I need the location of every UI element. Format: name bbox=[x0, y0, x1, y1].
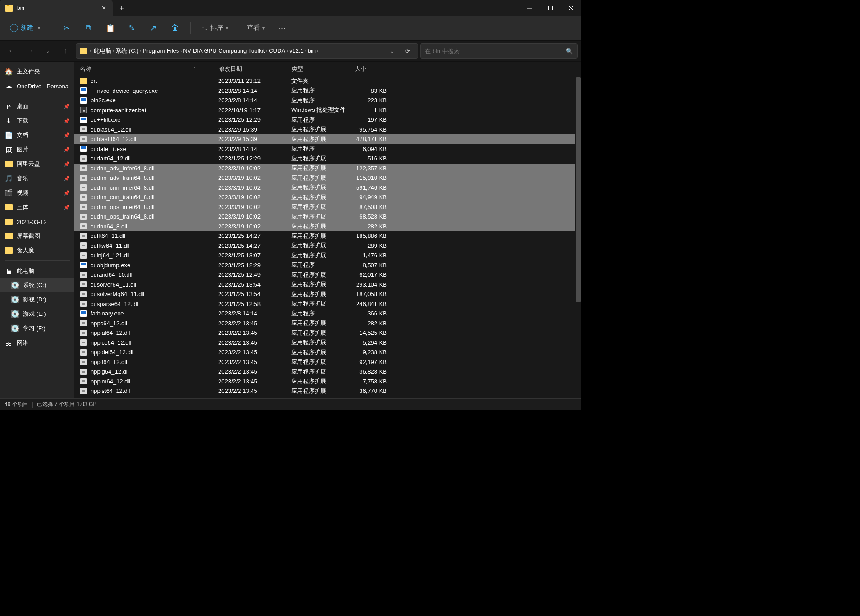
cut-button[interactable]: ✂ bbox=[58, 19, 76, 37]
file-row[interactable]: cusparse64_12.dll2023/1/25 12:58应用程序扩展24… bbox=[74, 299, 581, 309]
close-tab-icon[interactable]: ✕ bbox=[100, 5, 107, 12]
file-row[interactable]: curand64_10.dll2023/1/25 12:49应用程序扩展62,0… bbox=[74, 270, 581, 280]
sidebar-item[interactable]: ⬇下载📌 bbox=[0, 114, 74, 128]
breadcrumb-item[interactable]: NVIDIA GPU Computing Toolkit bbox=[183, 47, 265, 54]
share-button[interactable]: ↗ bbox=[144, 19, 162, 37]
rename-button[interactable]: ✎ bbox=[123, 19, 141, 37]
file-row[interactable]: cublasLt64_12.dll2023/2/9 15:39应用程序扩展478… bbox=[74, 134, 581, 144]
file-row[interactable]: nppc64_12.dll2023/2/2 13:45应用程序扩展282 KB bbox=[74, 319, 581, 329]
file-row[interactable]: nppicc64_12.dll2023/2/2 13:45应用程序扩展5,294… bbox=[74, 338, 581, 348]
maximize-button[interactable] bbox=[540, 0, 561, 16]
address-bar[interactable]: › 此电脑 › 系统 (C:) › Program Files › NVIDIA… bbox=[76, 43, 418, 59]
file-row[interactable]: cufftw64_11.dll2023/1/25 14:27应用程序扩展289 … bbox=[74, 241, 581, 251]
file-row[interactable]: nppist64_12.dll2023/2/2 13:45应用程序扩展36,77… bbox=[74, 386, 581, 396]
file-row[interactable]: cublas64_12.dll2023/2/9 15:39应用程序扩展95,75… bbox=[74, 125, 581, 135]
view-button[interactable]: ≡ 查看 ▾ bbox=[236, 24, 269, 32]
col-date[interactable]: 修改日期 bbox=[214, 65, 287, 73]
new-button[interactable]: + 新建 ▾ bbox=[5, 21, 45, 35]
sidebar-item[interactable]: 阿里云盘📌 bbox=[0, 157, 74, 171]
tab-active[interactable]: bin ✕ bbox=[0, 0, 113, 16]
sidebar-item[interactable]: 三体📌 bbox=[0, 200, 74, 214]
file-row[interactable]: cudnn_cnn_train64_8.dll2023/3/19 10:02应用… bbox=[74, 192, 581, 202]
file-row[interactable]: __nvcc_device_query.exe2023/2/8 14:14应用程… bbox=[74, 86, 581, 96]
search-icon[interactable]: 🔍 bbox=[566, 48, 573, 55]
sidebar-item[interactable]: 🖼图片📌 bbox=[0, 142, 74, 157]
file-row[interactable]: cuinj64_121.dll2023/1/25 13:07应用程序扩展1,47… bbox=[74, 251, 581, 260]
breadcrumb-item[interactable]: Program Files bbox=[142, 47, 179, 54]
forward-button[interactable]: → bbox=[22, 43, 38, 59]
file-row[interactable]: cudnn_adv_infer64_8.dll2023/3/19 10:02应用… bbox=[74, 164, 581, 173]
sidebar-this-pc[interactable]: 🖥 此电脑 bbox=[0, 264, 74, 278]
file-row[interactable]: fatbinary.exe2023/2/8 14:14应用程序366 KB bbox=[74, 309, 581, 319]
back-button[interactable]: ← bbox=[4, 43, 20, 59]
sidebar-item[interactable]: 🖥桌面📌 bbox=[0, 99, 74, 114]
file-row[interactable]: bin2c.exe2023/2/8 14:14应用程序223 KB bbox=[74, 96, 581, 105]
sidebar-item[interactable]: 🏠主文件夹 bbox=[0, 64, 74, 79]
file-row[interactable]: cusolverMg64_11.dll2023/1/25 13:54应用程序扩展… bbox=[74, 289, 581, 299]
address-dropdown-icon[interactable]: ⌄ bbox=[385, 48, 399, 55]
file-row[interactable]: nppial64_12.dll2023/2/2 13:45应用程序扩展14,52… bbox=[74, 328, 581, 338]
file-date: 2023/2/9 15:39 bbox=[214, 136, 287, 142]
file-row[interactable]: cudafe++.exe2023/2/8 14:14应用程序6,094 KB bbox=[74, 144, 581, 154]
breadcrumb-item[interactable]: bin bbox=[308, 47, 316, 54]
file-row[interactable]: compute-sanitizer.bat2022/10/19 1:17Wind… bbox=[74, 105, 581, 115]
file-row[interactable]: cu++filt.exe2023/1/25 12:29应用程序197 KB bbox=[74, 115, 581, 125]
file-type: 应用程序扩展 bbox=[287, 242, 350, 250]
breadcrumb-item[interactable]: CUDA bbox=[269, 47, 285, 54]
copy-button[interactable]: ⧉ bbox=[79, 19, 97, 37]
column-headers[interactable]: 名称˄ 修改日期 类型 大小 bbox=[74, 62, 581, 76]
dll-icon bbox=[80, 300, 87, 307]
new-tab-button[interactable]: + bbox=[113, 0, 131, 16]
minimize-button[interactable] bbox=[519, 0, 540, 16]
sidebar-item[interactable]: 💽游戏 (E:) bbox=[0, 307, 74, 321]
more-button[interactable]: ⋯ bbox=[273, 19, 291, 37]
scrollbar[interactable] bbox=[575, 76, 581, 398]
file-row[interactable]: cuobjdump.exe2023/1/25 12:29应用程序8,507 KB bbox=[74, 260, 581, 270]
sidebar-item[interactable]: 屏幕截图 bbox=[0, 229, 74, 243]
breadcrumb-item[interactable]: 系统 (C:) bbox=[115, 47, 138, 54]
sidebar-item[interactable]: 💽学习 (F:) bbox=[0, 321, 74, 336]
file-row[interactable]: cudnn64_8.dll2023/3/19 10:02应用程序扩展282 KB bbox=[74, 222, 581, 232]
up-button[interactable]: ↑ bbox=[58, 43, 74, 59]
dll-icon bbox=[80, 378, 87, 385]
sidebar-item[interactable]: ☁OneDrive - Persona bbox=[0, 79, 74, 93]
titlebar[interactable]: bin ✕ + bbox=[0, 0, 581, 16]
file-row[interactable]: cusolver64_11.dll2023/1/25 13:54应用程序扩展29… bbox=[74, 280, 581, 290]
file-row[interactable]: nppidei64_12.dll2023/2/2 13:45应用程序扩展9,23… bbox=[74, 347, 581, 357]
sidebar-network[interactable]: 🖧 网络 bbox=[0, 336, 74, 350]
desktop-icon: 🖥 bbox=[5, 103, 13, 110]
file-row[interactable]: crt2023/3/11 23:12文件夹 bbox=[74, 76, 581, 86]
sidebar-item[interactable]: 🎬视频📌 bbox=[0, 186, 74, 200]
sidebar-item[interactable]: 🎵音乐📌 bbox=[0, 171, 74, 186]
sidebar-item[interactable]: 食人魔 bbox=[0, 243, 74, 258]
search-box[interactable]: 🔍 bbox=[420, 43, 578, 59]
paste-button[interactable]: 📋 bbox=[101, 19, 119, 37]
file-row[interactable]: cudnn_ops_infer64_8.dll2023/3/19 10:02应用… bbox=[74, 202, 581, 212]
recent-button[interactable]: ⌄ bbox=[40, 43, 56, 59]
sidebar-item[interactable]: 📄文档📌 bbox=[0, 128, 74, 142]
close-button[interactable] bbox=[561, 0, 581, 16]
file-row[interactable]: cudnn_cnn_infer64_8.dll2023/3/19 10:02应用… bbox=[74, 183, 581, 193]
sort-button[interactable]: ↑↓ 排序 ▾ bbox=[197, 24, 233, 32]
breadcrumb-item[interactable]: v12.1 bbox=[289, 47, 304, 54]
file-row[interactable]: cufft64_11.dll2023/1/25 14:27应用程序扩展185,8… bbox=[74, 231, 581, 241]
file-row[interactable]: nppim64_12.dll2023/2/2 13:45应用程序扩展7,758 … bbox=[74, 377, 581, 387]
file-row[interactable]: cudnn_adv_train64_8.dll2023/3/19 10:02应用… bbox=[74, 173, 581, 183]
col-size[interactable]: 大小 bbox=[350, 65, 390, 73]
sidebar-item[interactable]: 💽系统 (C:) bbox=[0, 278, 74, 292]
file-list[interactable]: crt2023/3/11 23:12文件夹__nvcc_device_query… bbox=[74, 76, 581, 398]
breadcrumb-item[interactable]: 此电脑 bbox=[94, 47, 111, 54]
file-row[interactable]: nppig64_12.dll2023/2/2 13:45应用程序扩展36,828… bbox=[74, 367, 581, 377]
refresh-button[interactable]: ⟳ bbox=[401, 48, 414, 55]
search-input[interactable] bbox=[425, 48, 566, 55]
col-name[interactable]: 名称˄ bbox=[80, 65, 214, 73]
scroll-thumb[interactable] bbox=[576, 77, 581, 302]
file-name: bin2c.exe bbox=[91, 97, 116, 104]
file-row[interactable]: cudnn_ops_train64_8.dll2023/3/19 10:02应用… bbox=[74, 212, 581, 222]
sidebar-item[interactable]: 2023-03-12 bbox=[0, 214, 74, 229]
col-type[interactable]: 类型 bbox=[287, 65, 350, 73]
delete-button[interactable]: 🗑 bbox=[166, 19, 184, 37]
sidebar-item[interactable]: 💽影视 (D:) bbox=[0, 292, 74, 307]
file-row[interactable]: cudart64_12.dll2023/1/25 12:29应用程序扩展516 … bbox=[74, 154, 581, 164]
file-row[interactable]: nppif64_12.dll2023/2/2 13:45应用程序扩展92,197… bbox=[74, 357, 581, 367]
